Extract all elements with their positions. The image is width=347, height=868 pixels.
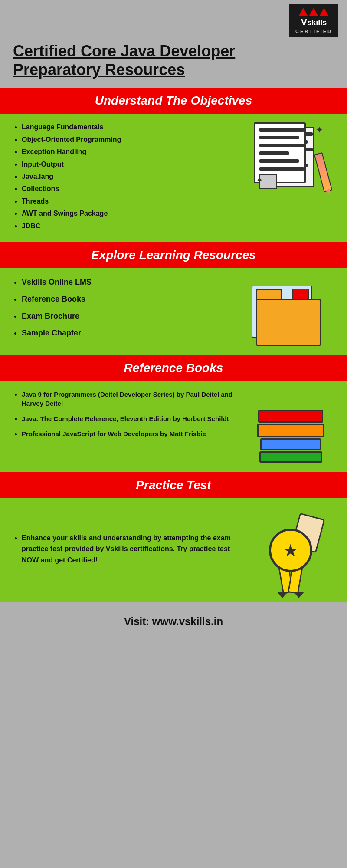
- section4-content: Enhance your skills and understanding by…: [0, 498, 347, 602]
- practice-list: Enhance your skills and understanding by…: [13, 533, 243, 566]
- section4-text-area: Enhance your skills and understanding by…: [13, 533, 247, 569]
- section1-content: Language Fundamentals Object-Oriented Pr…: [0, 114, 347, 242]
- book-icon: [257, 424, 324, 437]
- book-icon: [258, 410, 323, 423]
- list-item: Vskills Online LMS: [22, 277, 243, 288]
- list-item: Exception Handling: [22, 147, 243, 157]
- logo-certified: CERTIFIED: [295, 29, 332, 34]
- page-wrapper: V skills CERTIFIED Certified Core Java D…: [0, 0, 347, 646]
- list-item: AWT and Swings Package: [22, 209, 243, 218]
- sparkle-icon: ✦: [316, 125, 323, 135]
- folder-icon: [252, 277, 330, 346]
- resources-list: Vskills Online LMS Reference Books Exam …: [13, 277, 243, 339]
- documents-icon-area: ✦ ✦: [247, 122, 334, 192]
- list-item: Reference Books: [22, 294, 243, 305]
- section1-list: Language Fundamentals Object-Oriented Pr…: [13, 122, 247, 233]
- logo-v: V: [301, 16, 308, 28]
- footer-section: Visit: www.vskills.in: [0, 602, 347, 646]
- list-item: Java.lang: [22, 172, 243, 181]
- section3-content: Java 9 for Programmers (Deitel Developer…: [0, 381, 347, 472]
- section1-header: Understand The Objectives: [0, 88, 347, 114]
- list-item: Collections: [22, 184, 243, 194]
- award-icon-area: ★: [247, 507, 334, 594]
- arrow-up-icon: [299, 8, 308, 16]
- star-icon: ★: [283, 540, 298, 560]
- logo-area: V skills CERTIFIED: [0, 0, 347, 37]
- ribbon-tip-left: [277, 592, 288, 598]
- books-icon: [252, 390, 330, 464]
- section2-header: Explore Learning Resources: [0, 242, 347, 268]
- logo-box: V skills CERTIFIED: [289, 4, 338, 37]
- section3-list: Java 9 for Programmers (Deitel Developer…: [13, 390, 247, 444]
- list-item: Enhance your skills and understanding by…: [22, 533, 243, 566]
- sparkle-icon: ✦: [256, 175, 263, 185]
- section3-header: Reference Books: [0, 355, 347, 381]
- ribbon-tip-right: [293, 592, 304, 598]
- list-item: Sample Chapter: [22, 328, 243, 339]
- list-item: Java 9 for Programmers (Deitel Developer…: [22, 390, 243, 408]
- doc-front: [254, 122, 306, 183]
- objectives-list: Language Fundamentals Object-Oriented Pr…: [13, 122, 243, 231]
- list-item: Exam Brochure: [22, 311, 243, 322]
- logo-arrows: [299, 8, 328, 16]
- documents-icon: ✦ ✦: [254, 122, 327, 192]
- section2-list: Vskills Online LMS Reference Books Exam …: [13, 277, 247, 345]
- folder-back: [256, 299, 321, 346]
- section2-content: Vskills Online LMS Reference Books Exam …: [0, 268, 347, 355]
- list-item: Input-Output: [22, 160, 243, 169]
- list-item: Threads: [22, 197, 243, 206]
- award-ribbon: ★: [269, 529, 312, 572]
- list-item: Professional JavaScript for Web Develope…: [22, 429, 243, 438]
- arrow-up-icon: [309, 8, 318, 16]
- list-item: JDBC: [22, 221, 243, 231]
- main-title: Certified Core Java Developer Preparator…: [13, 42, 334, 79]
- book-stack: [257, 410, 324, 464]
- logo-text-row: V skills: [301, 16, 327, 28]
- award-icon: ★: [252, 507, 330, 594]
- arrow-up-icon: [320, 8, 328, 16]
- folder-icon-area: [247, 277, 334, 346]
- folder-tab: [256, 289, 282, 299]
- logo-skills: skills: [307, 18, 327, 27]
- footer-text: Visit: www.vskills.in: [9, 615, 338, 628]
- book-icon: [260, 438, 321, 450]
- list-item: Java: The Complete Reference, Eleventh E…: [22, 414, 243, 423]
- title-section: Certified Core Java Developer Preparator…: [0, 37, 347, 88]
- pencil-icon: [314, 152, 333, 192]
- list-item: Object-Oriented Programming: [22, 135, 243, 145]
- books-icon-area: [247, 390, 334, 464]
- book-icon: [259, 451, 322, 463]
- section4-header: Practice Test: [0, 472, 347, 498]
- award-circle: ★: [269, 529, 312, 572]
- list-item: Language Fundamentals: [22, 122, 243, 132]
- books-list: Java 9 for Programmers (Deitel Developer…: [13, 390, 243, 438]
